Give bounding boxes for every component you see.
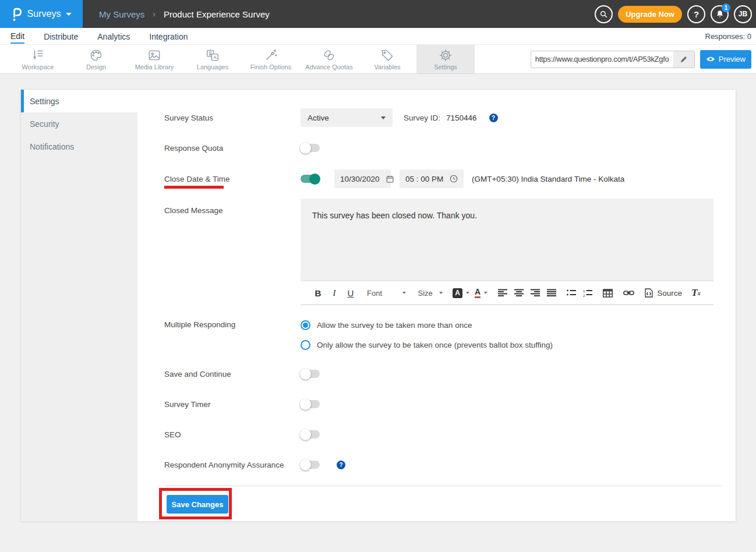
- font-dropdown[interactable]: Font: [367, 289, 406, 298]
- ribbon-item-settings[interactable]: Settings: [416, 45, 475, 73]
- survey-timer-toggle[interactable]: [301, 400, 320, 408]
- chevron-down-icon: [466, 292, 469, 294]
- survey-timer-row: Survey Timer: [164, 395, 722, 413]
- preview-button[interactable]: Preview: [700, 50, 751, 69]
- closed-message-textarea[interactable]: This survey has been closed now. Thank y…: [301, 199, 713, 281]
- bulleted-list-button[interactable]: [563, 285, 580, 301]
- ribbon-item-workspace[interactable]: Workspace: [9, 45, 67, 73]
- align-justify-button[interactable]: [543, 285, 560, 301]
- closed-message-label: Closed Message: [164, 199, 301, 215]
- edit-toolbar: Workspace Design Media Library A Languag…: [0, 45, 756, 74]
- sidebar-item-notifications[interactable]: Notifications: [21, 135, 137, 158]
- radio-option-multiple[interactable]: Allow the survey to be taken more than o…: [301, 319, 553, 331]
- multiple-responding-label: Multiple Responding: [164, 319, 301, 329]
- insert-link-button[interactable]: [620, 285, 637, 301]
- save-and-continue-row: Save and Continue: [164, 365, 722, 383]
- ribbon-item-advance-quotas[interactable]: Advance Quotas: [300, 45, 358, 73]
- edit-url-button[interactable]: [673, 51, 694, 68]
- tab-edit[interactable]: Edit: [10, 29, 24, 44]
- chevron-down-icon: [439, 292, 443, 294]
- pencil-icon: [680, 55, 688, 63]
- tab-analytics[interactable]: Analytics: [97, 30, 130, 43]
- radio-option-once[interactable]: Only allow the survey to be taken once (…: [301, 338, 553, 351]
- sidebar-item-settings[interactable]: Settings: [21, 90, 137, 112]
- ribbon-item-media-library[interactable]: Media Library: [125, 45, 183, 73]
- settings-panel: Settings Security Notifications Survey S…: [20, 89, 736, 522]
- upgrade-now-button[interactable]: Upgrade Now: [618, 6, 682, 23]
- response-quota-row: Response Quota: [164, 139, 722, 157]
- closed-message-row: Closed Message This survey has been clos…: [164, 199, 722, 305]
- radio-icon[interactable]: [301, 340, 310, 350]
- italic-button[interactable]: I: [326, 285, 342, 301]
- brand-menu[interactable]: Surveys: [0, 0, 83, 28]
- close-date-time-label: Close Date & Time: [164, 175, 301, 183]
- anonymity-toggle[interactable]: [301, 461, 320, 469]
- chevron-down-icon: [402, 292, 406, 294]
- search-button[interactable]: [595, 5, 613, 23]
- question-mark-icon: ?: [694, 9, 699, 19]
- breadcrumb-current: Product Experience Survey: [164, 9, 270, 19]
- bold-button[interactable]: B: [310, 285, 326, 301]
- finish-options-icon: [263, 48, 278, 63]
- ribbon-item-variables[interactable]: Variables: [358, 45, 416, 73]
- media-library-icon: [147, 48, 162, 63]
- align-right-button[interactable]: [527, 285, 543, 301]
- survey-url-input[interactable]: https://www.questionpro.com/t/AP53kZgfo: [531, 51, 695, 68]
- closed-message-editor: This survey has been closed now. Thank y…: [301, 199, 713, 305]
- seo-row: SEO: [164, 425, 722, 444]
- text-color-button[interactable]: A: [475, 288, 487, 298]
- workspace-icon: [30, 48, 45, 63]
- notifications-button[interactable]: 1: [711, 5, 729, 23]
- survey-status-select[interactable]: Active: [301, 108, 393, 127]
- avatar[interactable]: JB: [734, 5, 752, 23]
- settings-gear-icon: [438, 48, 453, 63]
- close-time-input[interactable]: 05 : 00 PM: [400, 169, 464, 188]
- divider: [164, 486, 722, 486]
- numbered-list-button[interactable]: 12: [580, 285, 596, 301]
- clock-icon: [449, 174, 458, 183]
- ribbon-item-languages[interactable]: A Languages: [183, 45, 242, 73]
- close-date-toggle[interactable]: [301, 175, 320, 183]
- seo-label: SEO: [164, 430, 301, 439]
- brand-label: Surveys: [27, 9, 61, 19]
- background-color-button[interactable]: A: [453, 288, 469, 298]
- breadcrumb-parent[interactable]: My Surveys: [99, 9, 144, 19]
- survey-id-help-icon[interactable]: ?: [489, 114, 498, 122]
- timezone-text: (GMT+05:30) India Standard Time - Kolkat…: [472, 175, 624, 183]
- radio-icon[interactable]: [301, 320, 310, 330]
- source-button[interactable]: Source: [645, 288, 682, 298]
- save-and-continue-toggle[interactable]: [301, 370, 320, 378]
- ribbon-item-design[interactable]: Design: [67, 45, 125, 73]
- align-center-button[interactable]: [511, 285, 527, 301]
- chevron-down-icon: [381, 116, 386, 119]
- survey-id-value: 7150446: [446, 114, 477, 122]
- insert-table-button[interactable]: [599, 285, 616, 301]
- survey-status-row: Survey Status Active Survey ID: 7150446 …: [164, 108, 722, 127]
- remove-format-button[interactable]: Tx: [688, 285, 704, 301]
- settings-sidebar: Settings Security Notifications: [21, 90, 137, 521]
- sidebar-item-security[interactable]: Security: [21, 112, 137, 135]
- underline-button[interactable]: U: [342, 285, 359, 301]
- svg-text:1: 1: [583, 289, 585, 293]
- close-date-input[interactable]: 10/30/2020: [334, 169, 391, 188]
- chevron-down-icon: [484, 292, 487, 294]
- editor-toolbar: B I U Font Size A A 12: [301, 281, 713, 305]
- notification-badge: 1: [722, 3, 730, 12]
- response-quota-label: Response Quota: [164, 144, 301, 153]
- help-button[interactable]: ?: [687, 5, 705, 23]
- languages-icon: A: [205, 48, 220, 63]
- settings-form: Survey Status Active Survey ID: 7150446 …: [137, 90, 736, 521]
- response-quota-toggle[interactable]: [301, 144, 320, 152]
- main-nav: Edit Distribute Analytics Integration Re…: [0, 28, 756, 45]
- anonymity-help-icon[interactable]: ?: [337, 461, 345, 469]
- variables-icon: [380, 48, 395, 63]
- tab-integration[interactable]: Integration: [149, 30, 188, 43]
- align-left-button[interactable]: [494, 285, 511, 301]
- ribbon-item-finish-options[interactable]: Finish Options: [242, 45, 300, 73]
- save-changes-button[interactable]: Save Changes: [167, 495, 228, 514]
- size-dropdown[interactable]: Size: [418, 289, 443, 298]
- advance-quotas-icon: [322, 48, 337, 63]
- seo-toggle[interactable]: [301, 430, 320, 438]
- tab-distribute[interactable]: Distribute: [44, 30, 78, 43]
- save-and-continue-label: Save and Continue: [164, 370, 301, 378]
